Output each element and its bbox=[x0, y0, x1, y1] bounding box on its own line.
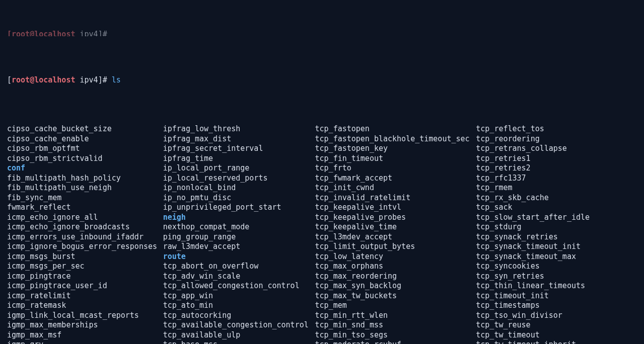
listing-row: igmp_max_membershipstcp_available_conges… bbox=[7, 320, 637, 330]
prompt-host: localhost bbox=[34, 75, 75, 85]
file-entry: tcp_app_win bbox=[163, 291, 315, 301]
ls-output: cipso_cache_bucket_sizeipfrag_low_thresh… bbox=[7, 124, 637, 344]
listing-row: fwmark_reflectip_unprivileged_port_start… bbox=[7, 203, 637, 213]
file-entry: tcp_available_congestion_control bbox=[163, 320, 315, 330]
file-entry: tcp_sack bbox=[476, 203, 637, 213]
file-entry: tcp_invalid_ratelimit bbox=[315, 193, 476, 203]
file-entry: ipfrag_max_dist bbox=[163, 134, 315, 144]
file-entry: tcp_slow_start_after_idle bbox=[476, 213, 637, 223]
file-entry: tcp_syn_retries bbox=[476, 272, 637, 282]
listing-row: fib_multipath_use_neighip_nonlocal_bindt… bbox=[7, 183, 637, 193]
listing-row: icmp_pingtrace_user_idtcp_allowed_conges… bbox=[7, 281, 637, 291]
file-entry: ip_no_pmtu_disc bbox=[163, 193, 315, 203]
file-entry: tcp_rmem bbox=[476, 183, 637, 193]
file-entry: ip_nonlocal_bind bbox=[163, 183, 315, 193]
file-entry: ipfrag_low_thresh bbox=[163, 124, 315, 134]
file-entry: nexthop_compat_mode bbox=[163, 222, 315, 232]
prompt-cwd: ipv4 bbox=[80, 75, 98, 85]
listing-row: icmp_ignore_bogus_error_responsesraw_l3m… bbox=[7, 242, 637, 252]
listing-row: cipso_cache_enableipfrag_max_disttcp_fas… bbox=[7, 134, 637, 144]
file-entry: tcp_min_tso_segs bbox=[315, 330, 476, 340]
file-entry: tcp_stdurg bbox=[476, 222, 637, 232]
file-entry: tcp_adv_win_scale bbox=[163, 272, 315, 282]
directory-entry: conf bbox=[7, 163, 163, 174]
prev-prompt-partial: [root@localhost ipv4]# bbox=[7, 30, 637, 36]
file-entry: ip_local_port_range bbox=[163, 163, 315, 174]
listing-row: fib_sync_memip_no_pmtu_disctcp_invalid_r… bbox=[7, 193, 637, 203]
listing-row: igmp_qrvtcp_base_msstcp_moderate_rcvbuft… bbox=[7, 340, 637, 344]
file-entry: icmp_ratelimit bbox=[7, 291, 163, 301]
listing-row: icmp_msgs_per_sectcp_abort_on_overflowtc… bbox=[7, 262, 637, 272]
file-entry: icmp_echo_ignore_all bbox=[7, 213, 163, 223]
file-entry: tcp_max_syn_backlog bbox=[315, 281, 476, 291]
file-entry: fib_multipath_hash_policy bbox=[7, 174, 163, 184]
file-entry: tcp_base_mss bbox=[163, 340, 315, 344]
file-entry: tcp_moderate_rcvbuf bbox=[315, 340, 476, 344]
file-entry: tcp_max_reordering bbox=[315, 272, 476, 282]
prompt-at: @ bbox=[30, 75, 34, 85]
directory-entry: route bbox=[163, 252, 315, 262]
directory-entry: neigh bbox=[163, 213, 315, 223]
file-entry: icmp_pingtrace bbox=[7, 272, 163, 282]
file-entry: ping_group_range bbox=[163, 232, 315, 242]
listing-row: cipso_rbm_optfmtipfrag_secret_intervaltc… bbox=[7, 144, 637, 154]
file-entry: tcp_allowed_congestion_control bbox=[163, 281, 315, 291]
file-entry: tcp_tw_reuse bbox=[476, 320, 637, 330]
file-entry: tcp_syncookies bbox=[476, 262, 637, 272]
file-entry: tcp_rx_skb_cache bbox=[476, 193, 637, 203]
listing-row: fib_multipath_hash_policyip_local_reserv… bbox=[7, 174, 637, 184]
file-entry: tcp_timestamps bbox=[476, 301, 637, 311]
file-entry: tcp_timeout_init bbox=[476, 291, 637, 301]
file-entry: tcp_synack_timeout_max bbox=[476, 252, 637, 262]
prompt-user: root bbox=[12, 75, 30, 85]
file-entry: igmp_max_memberships bbox=[7, 320, 163, 330]
file-entry: tcp_synack_retries bbox=[476, 232, 637, 242]
file-entry: tcp_available_ulp bbox=[163, 330, 315, 340]
listing-row: icmp_pingtracetcp_adv_win_scaletcp_max_r… bbox=[7, 272, 637, 282]
file-entry: tcp_reflect_tos bbox=[476, 124, 637, 134]
file-entry: cipso_rbm_strictvalid bbox=[7, 154, 163, 164]
file-entry: raw_l3mdev_accept bbox=[163, 242, 315, 252]
listing-row: igmp_link_local_mcast_reportstcp_autocor… bbox=[7, 311, 637, 321]
file-entry: tcp_frto bbox=[315, 163, 476, 174]
file-entry: tcp_low_latency bbox=[315, 252, 476, 262]
file-entry: icmp_ignore_bogus_error_responses bbox=[7, 242, 163, 252]
file-entry: fwmark_reflect bbox=[7, 203, 163, 213]
file-entry: tcp_max_tw_buckets bbox=[315, 291, 476, 301]
file-entry: tcp_fastopen bbox=[315, 124, 476, 134]
file-entry: cipso_cache_bucket_size bbox=[7, 124, 163, 134]
file-entry: tcp_tw_timeout bbox=[476, 330, 637, 340]
file-entry: fib_sync_mem bbox=[7, 193, 163, 203]
file-entry: tcp_fastopen_blackhole_timeout_sec bbox=[315, 134, 476, 144]
terminal[interactable]: [root@localhost ipv4]# [root@localhost i… bbox=[0, 0, 644, 344]
file-entry: icmp_msgs_per_sec bbox=[7, 262, 163, 272]
listing-row: cipso_cache_bucket_sizeipfrag_low_thresh… bbox=[7, 124, 637, 134]
file-entry: icmp_errors_use_inbound_ifaddr bbox=[7, 232, 163, 242]
file-entry: tcp_autocorking bbox=[163, 311, 315, 321]
listing-row: icmp_ratemasktcp_ato_mintcp_memtcp_times… bbox=[7, 301, 637, 311]
file-entry: tcp_min_snd_mss bbox=[315, 320, 476, 330]
file-entry: icmp_echo_ignore_broadcasts bbox=[7, 222, 163, 232]
file-entry: icmp_msgs_burst bbox=[7, 252, 163, 262]
listing-row: confip_local_port_rangetcp_frtotcp_retri… bbox=[7, 163, 637, 174]
file-entry: igmp_max_msf bbox=[7, 330, 163, 340]
listing-row: icmp_ratelimittcp_app_wintcp_max_tw_buck… bbox=[7, 291, 637, 301]
file-entry: ip_local_reserved_ports bbox=[163, 174, 315, 184]
listing-row: cipso_rbm_strictvalidipfrag_timetcp_fin_… bbox=[7, 154, 637, 164]
file-entry: tcp_retries1 bbox=[476, 154, 637, 164]
file-entry: ipfrag_time bbox=[163, 154, 315, 164]
file-entry: tcp_keepalive_time bbox=[315, 222, 476, 232]
file-entry: tcp_rfc1337 bbox=[476, 174, 637, 184]
file-entry: icmp_pingtrace_user_id bbox=[7, 281, 163, 291]
file-entry: tcp_fastopen_key bbox=[315, 144, 476, 154]
file-entry: tcp_min_rtt_wlen bbox=[315, 311, 476, 321]
file-entry: tcp_tso_win_divisor bbox=[476, 311, 637, 321]
file-entry: cipso_cache_enable bbox=[7, 134, 163, 144]
file-entry: cipso_rbm_optfmt bbox=[7, 144, 163, 154]
prompt-command: ls bbox=[112, 75, 121, 85]
file-entry: tcp_abort_on_overflow bbox=[163, 262, 315, 272]
listing-row: icmp_msgs_burstroutetcp_low_latencytcp_s… bbox=[7, 252, 637, 262]
file-entry: tcp_reordering bbox=[476, 134, 637, 144]
file-entry: tcp_keepalive_probes bbox=[315, 213, 476, 223]
file-entry: tcp_limit_output_bytes bbox=[315, 242, 476, 252]
